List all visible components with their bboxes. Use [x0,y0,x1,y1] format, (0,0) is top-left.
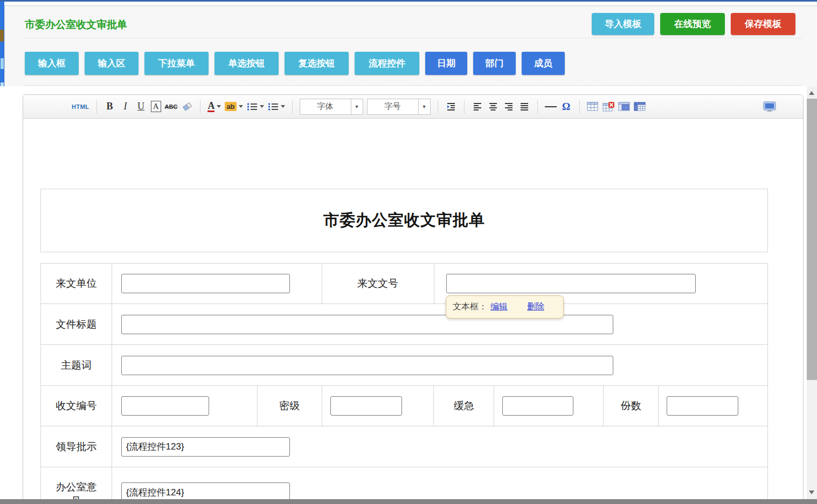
unordered-list-button[interactable] [268,99,285,115]
row4-label-urgency: 缓急 [434,386,494,426]
header-actions: 导入模板 在线预览 保存模板 [592,13,795,35]
save-template-button[interactable]: 保存模板 [731,13,795,35]
toolbar-separator [96,100,97,114]
component-button-input-area[interactable]: 输入区 [85,52,139,75]
chevron-down-icon [281,105,285,108]
row4-label-copies: 份数 [604,386,659,426]
tooltip-label: 文本框： [453,301,487,313]
row3-label-subject-words: 主题词 [41,345,112,386]
security-level-input[interactable] [330,396,402,416]
source-unit-input[interactable] [121,274,290,293]
header-divider [25,85,802,86]
field-context-tooltip: 文本框： 编辑 删除 [446,295,564,319]
component-button-department[interactable]: 部门 [473,52,516,75]
font-border-button[interactable]: A [151,101,161,112]
chevron-down-icon [217,105,221,108]
vertical-scrollbar[interactable] [807,86,817,499]
table-row: 文件标题 [41,304,768,345]
left-strip-fragment [0,30,4,42]
edit-link[interactable]: 编辑 [490,301,508,313]
left-strip-fragment [1,82,4,86]
online-preview-button[interactable]: 在线预览 [660,13,725,35]
ordered-list-button[interactable] [247,99,264,115]
html-source-button[interactable]: HTML [72,99,89,115]
page-title: 市委办公室收文审批单 [25,18,127,32]
urgency-input[interactable] [502,396,573,416]
row1-label-document-number: 来文文号 [322,264,434,304]
component-button-member[interactable]: 成员 [522,52,565,75]
left-strip-fragment [1,58,4,69]
top-edge-line [0,0,817,2]
scrollbar-thumb[interactable] [807,99,817,380]
cell-properties-button[interactable] [618,99,630,115]
font-family-select[interactable]: 字体 ▾ [300,99,363,115]
toolbar-separator [464,100,465,114]
header: 市委办公室收文审批单 导入模板 在线预览 保存模板 输入框 输入区 下拉菜单 单… [4,5,817,86]
chevron-down-icon [239,105,243,108]
component-button-dropdown-menu[interactable]: 下拉菜单 [144,52,209,75]
bold-button[interactable]: B [104,99,116,115]
subject-words-input[interactable] [121,356,613,375]
horizontal-rule-button[interactable] [545,99,557,115]
row4-cell [659,386,768,426]
row4-label-receipt-number: 收文编号 [41,386,112,426]
align-left-button[interactable] [472,99,483,115]
component-button-radio[interactable]: 单选按钮 [214,52,279,75]
delete-table-button[interactable] [603,99,614,115]
component-toolbar: 输入框 输入区 下拉菜单 单选按钮 复选按钮 流程控件 日期 部门 成员 [25,52,565,75]
insert-table-button[interactable] [587,99,599,115]
row2-cell [112,304,768,345]
row3-cell [112,345,768,386]
component-button-flow-control[interactable]: 流程控件 [355,52,419,75]
row6-label-office-opinion: 办公室意见 [41,467,112,504]
scroll-down-arrow[interactable] [809,491,814,494]
form-title-box: 市委办公室收文审批单 [40,189,768,252]
row4-cell [112,386,258,426]
page-root: 市委办公室收文审批单 导入模板 在线预览 保存模板 输入框 输入区 下拉菜单 单… [0,0,817,504]
bottom-edge-strip [0,499,817,504]
toolbar-separator [200,100,200,114]
import-template-button[interactable]: 导入模板 [592,13,654,35]
row5-cell [112,426,768,467]
align-justify-button[interactable] [518,99,530,115]
row2-label-document-title: 文件标题 [41,304,112,345]
copies-input[interactable] [667,396,738,416]
component-button-checkbox[interactable]: 复选按钮 [285,52,349,75]
component-button-input-box[interactable]: 输入框 [25,52,79,75]
table-properties-button[interactable] [634,99,646,115]
left-edge-strip [0,2,4,86]
delete-link[interactable]: 删除 [527,301,544,313]
underline-button[interactable]: U [135,99,147,115]
table-row: 主题词 [41,345,768,386]
toolbar-separator [438,100,438,114]
chevron-down-icon: ▾ [351,99,363,114]
toolbar-separator [537,100,538,114]
row4-label-security-level: 密级 [258,386,322,426]
align-right-button[interactable] [503,99,515,115]
font-color-button[interactable]: A [207,99,221,115]
editor-toolbar: HTML B I U A ABC A ab 字体 ▾ [23,95,803,119]
header-divider [25,38,802,38]
highlight-color-button[interactable]: ab [225,99,243,115]
align-center-button[interactable] [487,99,499,115]
document-number-input[interactable] [446,274,696,293]
toolbar-separator [292,100,293,114]
italic-button[interactable]: I [120,99,131,115]
table-row: 来文单位 来文文号 [41,264,768,304]
table-row: 办公室意见 [41,467,768,504]
table-row: 领导批示 [41,426,768,467]
row4-cell [322,386,434,426]
component-button-date[interactable]: 日期 [425,52,467,75]
chevron-down-icon: ▾ [418,99,430,114]
strikethrough-button[interactable]: ABC [165,99,178,115]
indent-button[interactable] [445,99,457,115]
leader-comments-input[interactable] [121,437,290,457]
fullscreen-button[interactable] [763,99,776,115]
table-row: 收文编号 密级 缓急 份数 [41,386,768,426]
scroll-up-arrow[interactable] [809,91,814,95]
eraser-icon[interactable] [181,99,193,115]
receipt-number-input[interactable] [121,396,209,416]
row6-cell [112,467,768,504]
font-size-select[interactable]: 字号 ▾ [367,99,431,115]
special-character-button[interactable]: Ω [560,99,572,115]
